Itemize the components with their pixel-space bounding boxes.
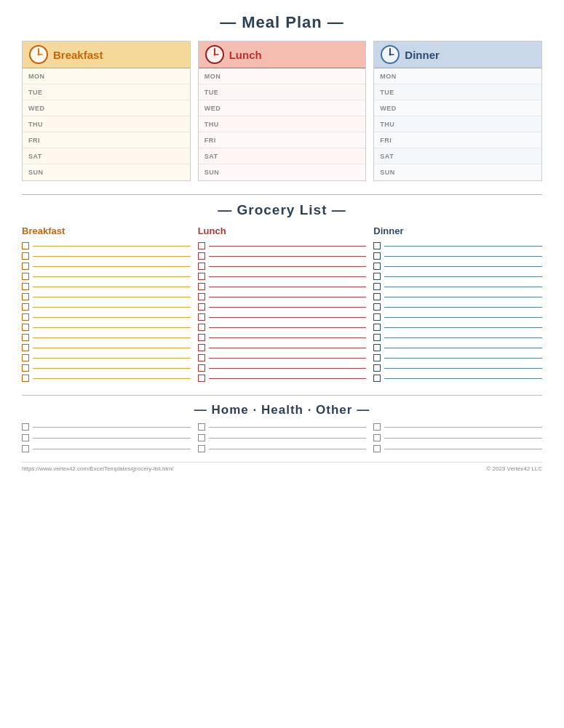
checkbox-dinner[interactable] — [373, 324, 381, 331]
list-item — [198, 313, 367, 321]
checkbox-dinner[interactable] — [373, 375, 381, 382]
list-item — [198, 283, 367, 290]
checkbox-lunch[interactable] — [198, 324, 205, 331]
meal-header-lunch: Lunch — [199, 41, 366, 68]
item-line-dinner — [384, 327, 542, 328]
checkbox-dinner[interactable] — [373, 334, 381, 341]
day-label-lunch-mon: MON — [204, 73, 225, 80]
day-row-breakfast-wed: WED — [23, 100, 190, 116]
item-line-dinner — [384, 358, 542, 359]
checkbox-dinner[interactable] — [373, 273, 381, 280]
day-label-breakfast-fri: FRI — [28, 137, 49, 144]
list-item — [373, 242, 542, 249]
checkbox-breakfast[interactable] — [22, 252, 29, 260]
list-item — [373, 313, 542, 321]
meal-label-dinner: Dinner — [405, 49, 440, 61]
checkbox-dinner[interactable] — [373, 283, 381, 290]
item-line-lunch — [209, 358, 367, 359]
item-line-lunch — [209, 276, 367, 277]
checkbox-dinner[interactable] — [373, 364, 381, 372]
checkbox-lunch[interactable] — [198, 364, 205, 372]
hho-checkbox[interactable] — [22, 434, 29, 441]
list-item — [198, 263, 367, 270]
hho-item — [373, 445, 542, 452]
item-line-breakfast — [33, 358, 191, 359]
hho-line — [209, 438, 367, 439]
checkbox-lunch[interactable] — [198, 273, 205, 280]
list-item — [22, 344, 191, 351]
checkbox-lunch[interactable] — [198, 354, 205, 361]
day-row-lunch-sat: SAT — [199, 148, 366, 164]
list-item — [373, 293, 542, 300]
hho-checkbox[interactable] — [373, 445, 381, 452]
checkbox-breakfast[interactable] — [22, 273, 29, 280]
hho-checkbox[interactable] — [198, 445, 205, 452]
hho-checkbox[interactable] — [198, 423, 205, 431]
checkbox-breakfast[interactable] — [22, 313, 29, 321]
checkbox-lunch[interactable] — [198, 252, 205, 260]
item-line-lunch — [209, 317, 367, 318]
checkbox-breakfast[interactable] — [22, 263, 29, 270]
checkbox-breakfast[interactable] — [22, 364, 29, 372]
item-line-lunch — [209, 327, 367, 328]
checkbox-breakfast[interactable] — [22, 354, 29, 361]
day-label-breakfast-tue: TUE — [28, 89, 49, 96]
hho-checkbox[interactable] — [22, 445, 29, 452]
checkbox-breakfast[interactable] — [22, 334, 29, 341]
hho-checkbox[interactable] — [198, 434, 205, 441]
checkbox-breakfast[interactable] — [22, 375, 29, 382]
checkbox-dinner[interactable] — [373, 344, 381, 351]
checkbox-lunch[interactable] — [198, 313, 205, 321]
day-label-breakfast-wed: WED — [28, 105, 49, 112]
list-item — [22, 334, 191, 341]
list-item — [198, 364, 367, 372]
meal-header-breakfast: Breakfast — [23, 41, 190, 68]
hho-line — [209, 427, 367, 428]
checkbox-lunch[interactable] — [198, 283, 205, 290]
hho-checkbox[interactable] — [373, 434, 381, 441]
checkbox-dinner[interactable] — [373, 293, 381, 300]
grocery-column-lunch: Lunch — [198, 225, 367, 385]
day-row-breakfast-sun: SUN — [23, 164, 190, 180]
checkbox-lunch[interactable] — [198, 263, 205, 270]
checkbox-breakfast[interactable] — [22, 283, 29, 290]
checkbox-breakfast[interactable] — [22, 303, 29, 311]
checkbox-lunch[interactable] — [198, 375, 205, 382]
hho-checkbox[interactable] — [22, 423, 29, 431]
item-line-breakfast — [33, 246, 191, 247]
grocery-column-breakfast: Breakfast — [22, 225, 191, 385]
list-item — [198, 375, 367, 382]
checkbox-breakfast[interactable] — [22, 324, 29, 331]
checkbox-dinner[interactable] — [373, 263, 381, 270]
day-row-breakfast-tue: TUE — [23, 84, 190, 100]
day-label-lunch-sat: SAT — [204, 153, 225, 160]
checkbox-lunch[interactable] — [198, 303, 205, 311]
checkbox-breakfast[interactable] — [22, 293, 29, 300]
checkbox-dinner[interactable] — [373, 252, 381, 260]
checkbox-dinner[interactable] — [373, 242, 381, 249]
item-line-breakfast — [33, 368, 191, 369]
day-row-dinner-mon: MON — [374, 68, 541, 84]
list-item — [373, 263, 542, 270]
checkbox-lunch[interactable] — [198, 242, 205, 249]
list-item — [198, 334, 367, 341]
item-line-dinner — [384, 317, 542, 318]
item-line-lunch — [209, 337, 367, 338]
hho-item — [198, 445, 367, 452]
list-item — [22, 283, 191, 290]
checkbox-dinner[interactable] — [373, 303, 381, 311]
item-line-breakfast — [33, 276, 191, 277]
checkbox-lunch[interactable] — [198, 293, 205, 300]
meal-label-lunch: Lunch — [229, 49, 262, 61]
hho-checkbox[interactable] — [373, 423, 381, 431]
checkbox-dinner[interactable] — [373, 354, 381, 361]
checkbox-lunch[interactable] — [198, 334, 205, 341]
checkbox-dinner[interactable] — [373, 313, 381, 321]
grocery-column-dinner: Dinner — [373, 225, 542, 385]
grocery-col-title-dinner: Dinner — [373, 225, 542, 238]
checkbox-breakfast[interactable] — [22, 344, 29, 351]
checkbox-breakfast[interactable] — [22, 242, 29, 249]
list-item — [22, 354, 191, 361]
hho-line — [384, 449, 542, 449]
checkbox-lunch[interactable] — [198, 344, 205, 351]
